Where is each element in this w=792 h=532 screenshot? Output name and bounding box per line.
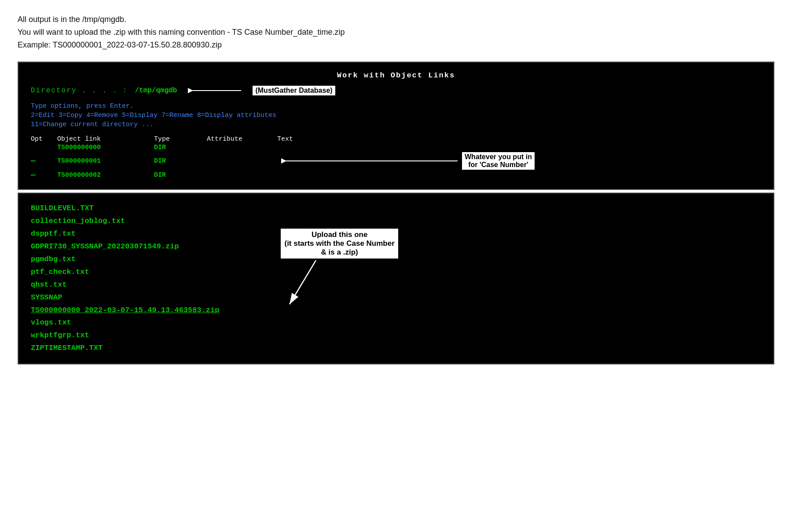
row1-link: TS000000000: [57, 144, 154, 151]
terminal-block-2: BUILDLEVEL.TXT collection_joblog.txt dsp…: [18, 193, 774, 364]
intro-line2: You will want to upload the .zip with th…: [18, 26, 774, 39]
row2-text: Whatever you put in for 'Case Number': [277, 152, 761, 170]
row3-link: TS000000002: [57, 171, 154, 179]
casenumber-arrow: [282, 160, 458, 161]
list-item: BUILDLEVEL.TXT: [31, 202, 219, 215]
list-item: SYSSNAP: [31, 292, 219, 304]
table-row: — TS000000002 DIR: [31, 171, 761, 179]
terminal-title: Work with Object Links: [31, 71, 761, 80]
col-header-attr: Attribute: [207, 135, 277, 143]
mustgather-label: (MustGather Database): [253, 86, 335, 95]
list-item: pgmdbg.txt: [31, 253, 219, 266]
col-header-opt: Opt: [31, 135, 57, 143]
row3-type: DIR: [154, 171, 207, 179]
row2-link: TS000000001: [57, 157, 154, 165]
row1-type: DIR: [154, 144, 207, 151]
table-header-row: Opt Object link Type Attribute Text: [31, 135, 761, 143]
upload-arrow: [281, 260, 351, 313]
casenumber-label: Whatever you put in for 'Case Number': [462, 152, 535, 170]
list-item: vlogs.txt: [31, 317, 219, 329]
list-item: ZIPTIMESTAMP.TXT: [31, 342, 219, 355]
dir-path: /tmp/qmgdb: [135, 87, 177, 95]
upload-annotation: Upload this one (it starts with the Case…: [281, 229, 398, 313]
svg-line-1: [290, 260, 316, 304]
row2-type: DIR: [154, 157, 207, 165]
col-header-text: Text: [277, 135, 761, 143]
dir-label: Directory . . . . :: [31, 87, 128, 95]
directory-line: Directory . . . . : /tmp/qmgdb (MustGath…: [31, 86, 761, 95]
terminal-block-1: Work with Object Links Directory . . . .…: [18, 62, 774, 190]
list-item-zip: TS000000000_2022-03-07-15.49.13.463583.z…: [31, 304, 219, 317]
upload-label: Upload this one (it starts with the Case…: [281, 229, 398, 259]
intro-line1: All output is in the /tmp/qmgdb.: [18, 13, 774, 26]
intro-line3: Example: TS000000001_2022-03-07-15.50.28…: [18, 39, 774, 51]
col-header-link: Object link: [57, 135, 154, 143]
file-list: BUILDLEVEL.TXT collection_joblog.txt dsp…: [31, 202, 219, 355]
list-item: qhst.txt: [31, 279, 219, 292]
table-row: — TS000000001 DIR Whatever you put in fo…: [31, 152, 761, 170]
options-line1: 2=Edit 3=Copy 4=Remove 5=Display 7=Renam…: [31, 112, 761, 119]
list-item: GDPRI730_SYSSNAP_202203071549.zip: [31, 240, 219, 253]
options-line2: 11=Change current directory ...: [31, 121, 761, 128]
row3-opt: —: [31, 171, 57, 179]
list-item: wrkptfgrp.txt: [31, 329, 219, 342]
options-header: Type options, press Enter.: [31, 102, 761, 110]
intro-section: All output is in the /tmp/qmgdb. You wil…: [18, 13, 774, 51]
list-item: dspptf.txt: [31, 228, 219, 240]
mustgather-arrow: [188, 90, 241, 91]
table-row: TS000000000 DIR: [31, 144, 761, 151]
row2-opt: —: [31, 157, 57, 165]
list-item: ptf_check.txt: [31, 266, 219, 279]
col-header-type: Type: [154, 135, 207, 143]
list-item: collection_joblog.txt: [31, 215, 219, 228]
